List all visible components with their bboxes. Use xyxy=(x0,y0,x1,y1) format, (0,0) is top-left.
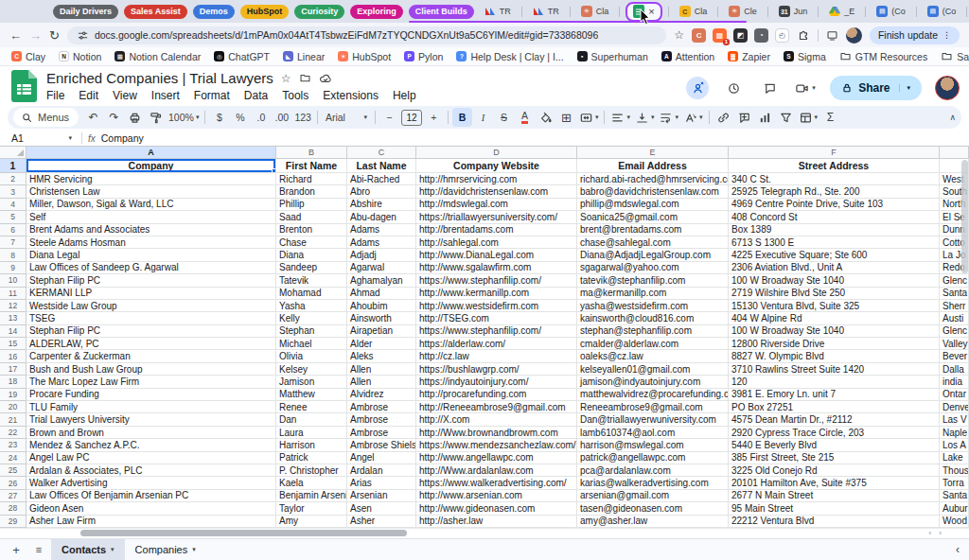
cell[interactable]: 95 Main Street xyxy=(729,502,940,515)
menu-file[interactable]: File xyxy=(46,89,64,102)
tab-group-chip-curiosity[interactable]: Curiosity xyxy=(294,5,344,19)
cell[interactable]: 404 W Alpine Rd xyxy=(729,312,940,324)
sheet-tab-menu-icon[interactable]: ▾ xyxy=(192,546,196,553)
format-percent-button[interactable]: % xyxy=(230,108,250,127)
cell[interactable]: karias@walkeradvertising.com xyxy=(577,477,729,489)
cell[interactable]: Airapetian xyxy=(347,325,416,338)
cell[interactable]: http://mdswlegal.com xyxy=(416,199,577,211)
cell[interactable]: Los A xyxy=(940,439,969,451)
cell[interactable]: http://sahlegal.com xyxy=(416,236,577,249)
cell[interactable]: amy@asher.law xyxy=(577,516,729,528)
cell[interactable]: Olivia xyxy=(276,350,347,362)
row-header-23[interactable]: 23 xyxy=(0,439,26,451)
create-filter-button[interactable] xyxy=(776,108,796,127)
column-header-F[interactable]: F xyxy=(729,147,940,159)
cell[interactable]: http://asher.law xyxy=(416,516,577,528)
cell[interactable]: http://procarefunding.com xyxy=(416,389,577,401)
row-header-22[interactable]: 22 xyxy=(0,427,26,439)
cell[interactable]: stephan@stephanfilip.com xyxy=(577,325,729,338)
cell[interactable]: Alder xyxy=(347,338,416,350)
cell[interactable]: pca@ardalanlaw.com xyxy=(577,464,729,477)
cell[interactable]: https://indyautoinjury.com/ xyxy=(416,376,577,388)
insert-chart-button[interactable] xyxy=(755,108,775,127)
back-icon[interactable]: ← xyxy=(9,29,22,42)
cell[interactable]: PO Box 27251 xyxy=(729,401,940,413)
cell[interactable]: Yasha xyxy=(276,300,347,312)
cell[interactable]: Trial Lawyers University xyxy=(26,413,276,426)
cell[interactable]: Ambrose Shiels xyxy=(347,439,416,451)
comments-icon[interactable] xyxy=(758,77,781,99)
cell[interactable]: Amy xyxy=(276,516,347,528)
version-history-icon[interactable] xyxy=(722,77,745,99)
cell[interactable]: https://www.stephanfilip.com/ xyxy=(416,274,577,287)
cell[interactable]: Brenton xyxy=(276,224,347,236)
browser-tab[interactable]: TR xyxy=(480,2,516,21)
menu-help[interactable]: Help xyxy=(393,89,416,102)
cell[interactable]: Ontar xyxy=(940,389,969,401)
cell[interactable]: 5440 E Beverly Blvd xyxy=(729,439,940,451)
bookmark-pylon[interactable]: PPylon xyxy=(404,51,443,62)
cell[interactable]: Renee xyxy=(276,401,347,413)
menu-edit[interactable]: Edit xyxy=(79,89,98,102)
cell[interactable]: 408 Concord St xyxy=(729,211,940,223)
cell[interactable]: Glenc xyxy=(940,274,969,287)
bookmark-sigma[interactable]: SSigma xyxy=(784,51,826,62)
menu-insert[interactable]: Insert xyxy=(151,89,180,102)
zoom-select[interactable]: 100%▾ xyxy=(167,108,201,127)
reload-icon[interactable]: ↻ xyxy=(49,29,60,42)
cell[interactable]: Aghamalyan xyxy=(347,274,416,287)
google-sheets-logo[interactable] xyxy=(11,70,37,104)
cell[interactable]: 12800 Riverside Drive xyxy=(729,338,940,350)
cell[interactable]: Wood xyxy=(940,516,969,528)
column-header-g[interactable] xyxy=(940,147,969,159)
cell[interactable]: KERMANI LLP xyxy=(26,288,276,300)
browser-tab[interactable]: ▤(Co xyxy=(872,2,910,21)
row-header-17[interactable]: 17 xyxy=(0,363,26,376)
cell[interactable]: Las V xyxy=(940,413,969,426)
row-header-24[interactable]: 24 xyxy=(0,452,26,464)
cell[interactable]: TSEG xyxy=(26,312,276,324)
row-header-4[interactable]: 4 xyxy=(0,199,26,211)
cell[interactable]: 20101 Hamilton Ave, Suite #375 xyxy=(729,477,940,489)
row-header-12[interactable]: 12 xyxy=(0,300,26,312)
horizontal-scrollbar-thumb[interactable] xyxy=(80,530,407,536)
cell[interactable]: Alvidrez xyxy=(347,389,416,401)
vertical-align-button[interactable]: ▾ xyxy=(633,108,657,127)
decrease-decimal-button[interactable]: .0 xyxy=(251,108,271,127)
font-select[interactable]: Arial▾ xyxy=(322,108,371,127)
cell[interactable]: Ardalan & Associates, PLC xyxy=(26,464,276,477)
clock-extension-icon[interactable]: ◴ xyxy=(775,28,789,43)
cell[interactable]: http://Www.brownandbrowm.com xyxy=(416,427,577,439)
cell[interactable]: Phillip xyxy=(276,199,347,211)
browser-tab[interactable]: ✳Cle xyxy=(724,2,762,21)
menu-tools[interactable]: Tools xyxy=(282,89,308,102)
cell[interactable]: Aleks xyxy=(347,350,416,362)
cell[interactable]: Sherr xyxy=(940,300,969,312)
bookmark-superhuman[interactable]: ▪Superhuman xyxy=(577,51,648,62)
column-header-D[interactable]: D xyxy=(416,147,577,159)
cell[interactable]: Miller, Dawson, Sigal & Ward, LLC xyxy=(26,199,276,211)
italic-button[interactable]: I xyxy=(473,108,493,127)
cell[interactable]: Tatevik xyxy=(276,274,347,287)
vertical-scrollbar[interactable] xyxy=(961,160,968,273)
cell[interactable]: harrison@mswlegal.com xyxy=(577,439,729,451)
cell[interactable]: http://Www.ardalanlaw.com xyxy=(416,464,577,477)
row-header-13[interactable]: 13 xyxy=(0,312,26,324)
all-sheets-button[interactable]: ≡ xyxy=(28,544,49,555)
number-format-button[interactable]: 123 xyxy=(292,108,313,127)
cell[interactable]: Brown and Brown xyxy=(26,427,276,439)
row-header-3[interactable]: 3 xyxy=(0,185,26,198)
font-size-input[interactable]: 12 xyxy=(401,110,422,126)
row-header-11[interactable]: 11 xyxy=(0,288,26,300)
toolbar-collapse-icon[interactable]: ∧ xyxy=(949,113,956,122)
cell[interactable]: 4225 Executive Square; Ste 600 xyxy=(729,249,940,261)
cell[interactable]: Patrick xyxy=(276,452,347,464)
cell[interactable]: Santa xyxy=(940,490,969,502)
cell[interactable]: india xyxy=(940,376,969,388)
cell[interactable]: lamb610374@aol.com xyxy=(577,427,729,439)
cell[interactable]: Reneeambrose9@gmail.com xyxy=(577,401,729,413)
row-header-19[interactable]: 19 xyxy=(0,389,26,401)
cell[interactable]: Stephan Filip PC xyxy=(26,274,276,287)
bookmark-sales-assist[interactable]: Sales Assist xyxy=(941,50,969,62)
text-wrap-button[interactable]: ▾ xyxy=(657,108,680,127)
